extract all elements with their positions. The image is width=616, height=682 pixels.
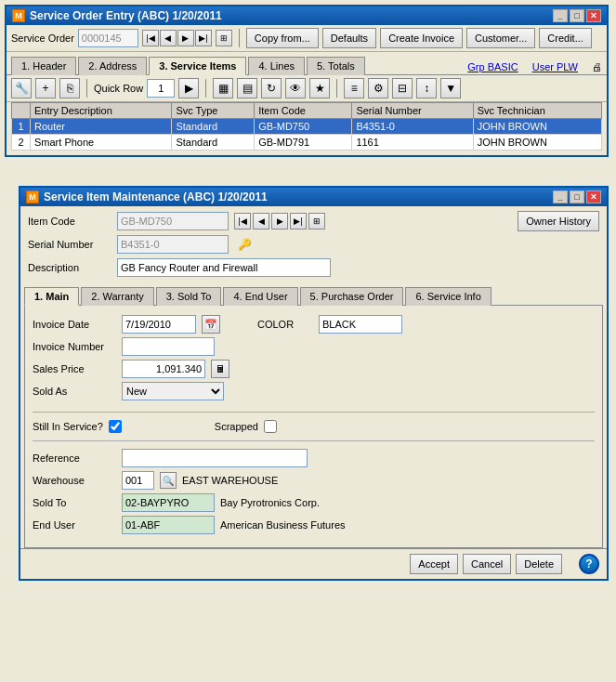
- copy-from-button[interactable]: Copy from...: [246, 28, 319, 48]
- cancel-button[interactable]: Cancel: [463, 554, 511, 574]
- filter-icon[interactable]: ⊟: [392, 78, 413, 98]
- delete-button[interactable]: Delete: [516, 554, 562, 574]
- row-2-item-code[interactable]: GB-MD791: [255, 135, 352, 151]
- serial-number-input[interactable]: [117, 235, 229, 254]
- grp-links: Grp BASIC User PLW 🖨: [463, 59, 607, 74]
- calendar-icon[interactable]: 📅: [202, 315, 220, 334]
- first-record-button[interactable]: |◀: [142, 30, 159, 46]
- accept-button[interactable]: Accept: [410, 554, 458, 574]
- end-user-input[interactable]: [122, 516, 215, 534]
- warehouse-lookup-icon[interactable]: 🔍: [160, 472, 177, 489]
- customer-button[interactable]: Customer...: [466, 28, 535, 48]
- defaults-button[interactable]: Defaults: [322, 28, 376, 48]
- warehouse-code-input[interactable]: [122, 471, 154, 490]
- grid2-icon[interactable]: ▤: [237, 78, 257, 98]
- next-record-button[interactable]: ▶: [177, 30, 194, 46]
- grid-icon[interactable]: ▦: [213, 78, 233, 98]
- last-record-button[interactable]: ▶|: [195, 30, 212, 46]
- create-invoice-button[interactable]: Create Invoice: [380, 28, 463, 48]
- sub-next-btn[interactable]: ▶: [271, 213, 288, 230]
- sub-first-btn[interactable]: |◀: [234, 213, 251, 230]
- sold-as-row: Sold As New Used Demo: [33, 382, 229, 400]
- close-button[interactable]: ✕: [586, 9, 601, 22]
- list-icon[interactable]: ≡: [344, 78, 364, 98]
- sub-minimize-button[interactable]: _: [553, 190, 568, 203]
- sub-count-btn[interactable]: ⊞: [308, 213, 325, 230]
- col-svc-type: Svc Type: [172, 103, 255, 119]
- help-icon[interactable]: ?: [579, 554, 599, 574]
- sort-icon[interactable]: ↕: [416, 78, 437, 98]
- credit-button[interactable]: Credit...: [539, 28, 592, 48]
- reference-input[interactable]: [122, 449, 308, 467]
- more-icon[interactable]: ▼: [440, 78, 461, 98]
- row-1-technician[interactable]: JOHN BROWN: [473, 119, 601, 135]
- tab-service-items[interactable]: 3. Service Items: [149, 57, 246, 75]
- sub-last-btn[interactable]: ▶|: [290, 213, 307, 230]
- col-num: [12, 103, 31, 119]
- settings-icon[interactable]: ⚙: [368, 78, 388, 98]
- record-count-button[interactable]: ⊞: [216, 30, 232, 46]
- row-1-serial[interactable]: B4351-0: [352, 119, 473, 135]
- sub-tab-service-info[interactable]: 6. Service Info: [405, 287, 491, 306]
- star-icon[interactable]: ★: [309, 78, 330, 98]
- icon-separator-3: [336, 79, 337, 98]
- maximize-button[interactable]: □: [570, 9, 584, 22]
- still-in-service-checkbox[interactable]: [109, 420, 122, 433]
- add-row-icon[interactable]: +: [35, 78, 56, 98]
- sold-as-select[interactable]: New Used Demo: [122, 382, 224, 400]
- serial-lookup-icon[interactable]: 🔑: [234, 234, 255, 255]
- scrapped-checkbox[interactable]: [264, 420, 277, 433]
- copy-icon[interactable]: ⎘: [59, 78, 80, 98]
- color-input[interactable]: [319, 315, 402, 334]
- sub-tab-warranty[interactable]: 2. Warranty: [81, 287, 153, 306]
- sub-maximize-button[interactable]: □: [570, 190, 584, 203]
- row-2-description[interactable]: Smart Phone: [31, 135, 172, 151]
- sub-title-bar: M Service Item Maintenance (ABC) 1/20/20…: [20, 188, 607, 206]
- checkbox-section: Still In Service? Scrapped: [33, 420, 595, 433]
- sub-tab-purchase-order[interactable]: 5. Purchase Order: [300, 287, 404, 306]
- tab-lines[interactable]: 4. Lines: [248, 57, 305, 75]
- description-input[interactable]: [117, 258, 331, 277]
- row-1-item-code[interactable]: GB-MD750: [255, 119, 352, 135]
- sub-tabs: 1. Main 2. Warranty 3. Sold To 4. End Us…: [20, 282, 607, 305]
- invoice-number-input[interactable]: [122, 337, 215, 356]
- row-2-svc-type[interactable]: Standard: [172, 135, 255, 151]
- tab-address[interactable]: 2. Address: [78, 57, 147, 75]
- user-plw-link[interactable]: User PLW: [532, 61, 578, 72]
- sub-tab-end-user[interactable]: 4. End User: [223, 287, 297, 306]
- main-window: M Service Order Entry (ABC) 1/20/2011 _ …: [5, 5, 609, 157]
- printer-icon[interactable]: 🖨: [592, 61, 602, 72]
- service-order-input[interactable]: [78, 29, 138, 47]
- tab-header[interactable]: 1. Header: [11, 57, 76, 75]
- tab-totals[interactable]: 5. Totals: [307, 57, 365, 75]
- sub-tab-sold-to[interactable]: 3. Sold To: [156, 287, 222, 306]
- table-row[interactable]: 1 Router Standard GB-MD750 B4351-0 JOHN …: [12, 119, 602, 135]
- quick-row-go-icon[interactable]: ▶: [178, 78, 199, 98]
- owner-history-button[interactable]: Owner History: [518, 211, 599, 231]
- sold-to-input[interactable]: [122, 493, 215, 512]
- prev-record-button[interactable]: ◀: [160, 30, 177, 46]
- sub-tab-main[interactable]: 1. Main: [24, 287, 79, 306]
- eye-icon[interactable]: 👁: [285, 78, 306, 98]
- quick-row-input[interactable]: [147, 79, 175, 98]
- sub-prev-btn[interactable]: ◀: [253, 213, 269, 230]
- sales-price-input[interactable]: [122, 360, 205, 378]
- right-fields: COLOR: [257, 315, 402, 404]
- row-1-description[interactable]: Router: [31, 119, 172, 135]
- calc-icon[interactable]: 🖩: [211, 360, 229, 378]
- sub-close-button[interactable]: ✕: [586, 190, 601, 203]
- row-2-serial[interactable]: 1161: [352, 135, 473, 151]
- refresh-icon[interactable]: ↻: [261, 78, 282, 98]
- item-code-input[interactable]: [117, 212, 229, 230]
- main-title-bar: M Service Order Entry (ABC) 1/20/2011 _ …: [7, 7, 607, 25]
- grp-basic-link[interactable]: Grp BASIC: [467, 61, 518, 72]
- invoice-date-input[interactable]: [122, 315, 196, 334]
- minimize-button[interactable]: _: [553, 9, 568, 22]
- service-order-toolbar: Service Order |◀ ◀ ▶ ▶| ⊞ Copy from... D…: [7, 25, 607, 52]
- row-1-svc-type[interactable]: Standard: [172, 119, 255, 135]
- row-2-technician[interactable]: JOHN BROWN: [473, 135, 601, 151]
- left-fields: Invoice Date 📅 Invoice Number Sales Pric…: [33, 315, 229, 404]
- sold-to-label: Sold To: [33, 497, 116, 508]
- wrench-icon[interactable]: 🔧: [11, 78, 32, 98]
- table-row[interactable]: 2 Smart Phone Standard GB-MD791 1161 JOH…: [12, 135, 602, 151]
